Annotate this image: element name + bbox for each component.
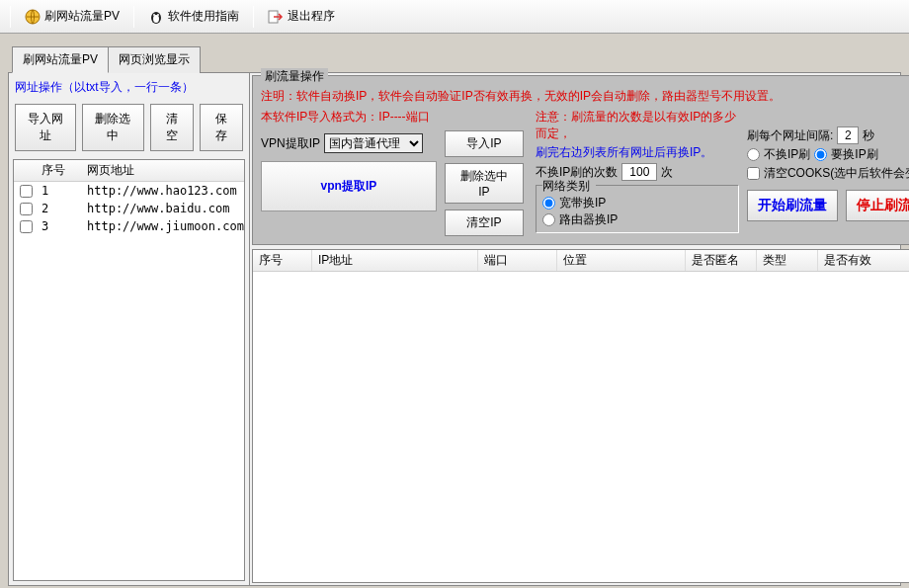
vpn-label: VPN提取IP (261, 135, 320, 152)
clear-ip-button[interactable]: 清空IP (445, 210, 524, 236)
note-line-3: 注意：刷流量的次数是以有效IP的多少而定， (536, 109, 739, 142)
ops-title: 刷流量操作 (261, 68, 328, 85)
top-toolbar: 刷网站流量PV 软件使用指南 退出程序 (0, 0, 909, 34)
right-panel: 刷流量操作 注明：软件自动换IP，软件会自动验证IP否有效再换，无效的IP会自动… (250, 73, 909, 585)
save-url-button[interactable]: 保存 (200, 104, 243, 151)
toolbar-guide[interactable]: 软件使用指南 (142, 5, 245, 28)
ip-col-port[interactable]: 端口 (478, 250, 557, 271)
ip-col-type[interactable]: 类型 (757, 250, 818, 271)
vpn-extract-button[interactable]: vpn提取IP (261, 161, 437, 211)
brush-ops-group: 刷流量操作 注明：软件自动换IP，软件会自动验证IP否有效再换，无效的IP会自动… (252, 75, 909, 245)
vpn-select[interactable]: 国内普通代理 (324, 133, 423, 153)
svg-point-4 (157, 14, 159, 16)
tab-bar: 刷网站流量PV 网页浏览显示 (0, 34, 909, 72)
ip-col-anon[interactable]: 是否匿名 (686, 250, 757, 271)
list-item[interactable]: 2 http://www.baidu.com (14, 200, 244, 217)
url-panel-title: 网址操作（以txt导入，一行一条） (13, 77, 245, 100)
url-check-2[interactable] (20, 203, 33, 215)
ip-col-loc[interactable]: 位置 (557, 250, 686, 271)
svg-point-2 (153, 15, 159, 23)
toolbar-refresh-pv[interactable]: 刷网站流量PV (19, 5, 125, 28)
url-col-seq[interactable]: 序号 (38, 162, 83, 179)
delete-url-button[interactable]: 删除选中 (82, 104, 143, 151)
interval-label: 刷每个网址间隔: (747, 127, 833, 144)
import-ip-button[interactable]: 导入IP (445, 130, 524, 157)
clear-url-button[interactable]: 清空 (150, 104, 194, 151)
radio-router[interactable]: 路由器换IP (542, 211, 732, 228)
ip-col-ip[interactable]: IP地址 (312, 250, 478, 271)
radio-change-ip[interactable]: 要换IP刷 (814, 146, 877, 163)
ip-table: 序号 IP地址 端口 位置 是否匿名 类型 是否有效 (252, 249, 909, 583)
import-url-button[interactable]: 导入网址 (15, 104, 76, 151)
url-check-3[interactable] (20, 220, 33, 233)
toolbar-exit[interactable]: 退出程序 (262, 5, 341, 28)
url-panel: 网址操作（以txt导入，一行一条） 导入网址 删除选中 清空 保存 序号 网页地… (9, 73, 250, 585)
ip-col-valid[interactable]: 是否有效 (818, 250, 909, 271)
radio-nochange-ip[interactable]: 不换IP刷 (747, 146, 810, 163)
svg-point-3 (153, 14, 155, 16)
toolbar-exit-label: 退出程序 (288, 8, 335, 25)
radio-broadband[interactable]: 宽带换IP (542, 195, 732, 211)
note-line-1: 注明：软件自动换IP，软件会自动验证IP否有效再换，无效的IP会自动删除，路由器… (261, 88, 909, 105)
tab-brush-pv[interactable]: 刷网站流量PV (12, 46, 109, 73)
globe-icon (25, 9, 41, 25)
delete-ip-button[interactable]: 删除选中IP (445, 163, 524, 204)
note-line-2: 本软件IP导入格式为：IP----端口 (261, 109, 437, 126)
toolbar-refresh-pv-label: 刷网站流量PV (44, 8, 120, 25)
note-line-4: 刷完右边列表所有网址后再换IP。 (536, 144, 739, 161)
list-item[interactable]: 1 http://www.hao123.com (14, 182, 244, 200)
exit-icon (268, 9, 284, 25)
url-list: 序号 网页地址 1 http://www.hao123.com 2 http:/… (13, 159, 245, 581)
checkbox-clear-cooks[interactable]: 清空COOKS(选中后软件会变慢) (747, 165, 909, 182)
tab-preview[interactable]: 网页浏览显示 (108, 46, 201, 73)
stop-brush-button[interactable]: 停止刷流量 (846, 190, 909, 221)
url-col-url[interactable]: 网页地址 (83, 162, 244, 179)
count-input[interactable] (621, 163, 657, 181)
start-brush-button[interactable]: 开始刷流量 (747, 190, 838, 221)
interval-input[interactable] (837, 126, 859, 144)
ip-col-seq[interactable]: 序号 (253, 250, 312, 271)
url-check-1[interactable] (20, 185, 33, 198)
toolbar-guide-label: 软件使用指南 (168, 8, 239, 25)
penguin-icon (148, 9, 164, 25)
network-type-group: 网络类别 宽带换IP 路由器换IP (536, 185, 739, 233)
list-item[interactable]: 3 http://www.jiumoon.com (14, 217, 244, 235)
